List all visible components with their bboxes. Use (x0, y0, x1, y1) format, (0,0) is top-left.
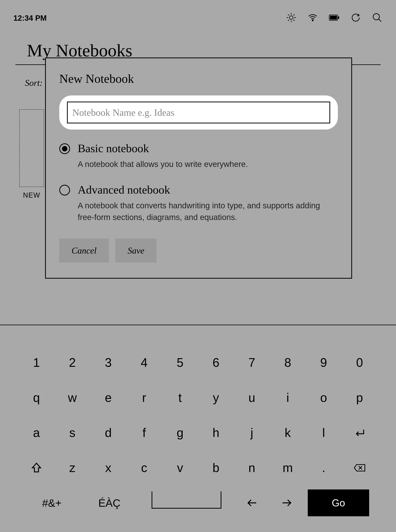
key-0[interactable]: 0 (346, 349, 373, 376)
key-o[interactable]: o (310, 384, 337, 411)
cancel-button[interactable]: Cancel (59, 239, 109, 263)
key-q[interactable]: q (23, 384, 50, 411)
key-f[interactable]: f (131, 419, 157, 446)
option-advanced[interactable]: Advanced notebook A notebook that conver… (59, 182, 338, 235)
key-t[interactable]: t (167, 384, 193, 411)
svg-line-14 (379, 19, 381, 22)
new-notebook-dialog: New Notebook Basic notebook A notebook t… (45, 57, 352, 279)
key-4[interactable]: 4 (131, 349, 157, 376)
key-m[interactable]: m (274, 454, 301, 481)
key-s[interactable]: s (59, 419, 86, 446)
key-u[interactable]: u (239, 384, 265, 411)
key-d[interactable]: d (95, 419, 122, 446)
svg-rect-12 (338, 17, 339, 19)
brightness-icon[interactable] (286, 12, 297, 24)
dialog-title: New Notebook (59, 72, 338, 86)
key-w[interactable]: w (59, 384, 86, 411)
key-8[interactable]: 8 (274, 349, 301, 376)
key-v[interactable]: v (167, 454, 193, 481)
key-shift[interactable] (23, 454, 50, 481)
svg-line-8 (294, 14, 295, 15)
key-3[interactable]: 3 (95, 349, 122, 376)
sync-icon[interactable] (350, 12, 361, 24)
key-2[interactable]: 2 (59, 349, 86, 376)
key-backspace[interactable] (346, 454, 373, 481)
save-button[interactable]: Save (115, 239, 157, 263)
key-go[interactable]: Go (308, 489, 369, 516)
svg-point-9 (312, 20, 313, 21)
keyboard-row-5: #&+ ÉÀÇ Go (23, 489, 373, 516)
key-arrow-left[interactable] (239, 489, 266, 516)
svg-line-6 (294, 20, 295, 21)
option-basic-desc: A notebook that allows you to write ever… (78, 158, 248, 170)
svg-line-5 (288, 14, 289, 15)
key-space[interactable] (151, 491, 221, 509)
key-k[interactable]: k (274, 419, 301, 446)
key-1[interactable]: 1 (23, 349, 50, 376)
status-icons (286, 12, 383, 24)
new-tile-thumbnail (19, 109, 44, 187)
svg-point-13 (373, 14, 379, 20)
key-z[interactable]: z (59, 454, 86, 481)
notebook-name-input[interactable] (67, 102, 330, 123)
battery-icon[interactable] (329, 12, 340, 24)
key-i[interactable]: i (274, 384, 301, 411)
radio-basic[interactable] (59, 143, 70, 154)
svg-line-7 (288, 20, 289, 21)
key-p[interactable]: p (346, 384, 373, 411)
key-5[interactable]: 5 (167, 349, 193, 376)
key-x[interactable]: x (95, 454, 122, 481)
key-7[interactable]: 7 (239, 349, 265, 376)
svg-point-0 (290, 16, 293, 20)
keyboard-row-4: z x c v b n m . (23, 454, 373, 481)
svg-rect-11 (330, 16, 337, 20)
key-9[interactable]: 9 (310, 349, 337, 376)
clock: 12:34 PM (13, 14, 47, 23)
name-input-highlight (59, 96, 338, 130)
key-a[interactable]: a (23, 419, 50, 446)
key-g[interactable]: g (167, 419, 193, 446)
wifi-icon[interactable] (307, 12, 318, 24)
key-y[interactable]: y (203, 384, 229, 411)
keyboard-row-3: a s d f g h j k l (23, 419, 373, 446)
key-accents[interactable]: ÉÀÇ (84, 489, 134, 516)
key-h[interactable]: h (203, 419, 229, 446)
status-bar: 12:34 PM (0, 0, 396, 27)
key-r[interactable]: r (131, 384, 157, 411)
key-period[interactable]: . (310, 454, 337, 481)
key-arrow-right[interactable] (273, 489, 300, 516)
key-l[interactable]: l (310, 419, 337, 446)
option-advanced-title: Advanced notebook (78, 183, 327, 196)
option-basic-title: Basic notebook (78, 142, 248, 155)
search-icon[interactable] (372, 12, 383, 24)
key-6[interactable]: 6 (203, 349, 229, 376)
key-j[interactable]: j (239, 419, 265, 446)
new-tile-label: NEW (23, 191, 40, 199)
key-enter[interactable] (346, 419, 373, 446)
option-advanced-desc: A notebook that converts handwriting int… (78, 200, 327, 223)
sort-label[interactable]: Sort: (25, 78, 43, 88)
keyboard-row-1: 1 2 3 4 5 6 7 8 9 0 (23, 349, 373, 376)
key-b[interactable]: b (203, 454, 229, 481)
keyboard-row-2: q w e r t y u i o p (23, 384, 373, 411)
option-basic[interactable]: Basic notebook A notebook that allows yo… (59, 140, 338, 182)
key-symbols[interactable]: #&+ (27, 489, 77, 516)
keyboard-divider (0, 325, 396, 325)
on-screen-keyboard: 1 2 3 4 5 6 7 8 9 0 q w e r t y u i o p … (0, 337, 396, 532)
key-e[interactable]: e (95, 384, 122, 411)
key-n[interactable]: n (239, 454, 265, 481)
key-c[interactable]: c (131, 454, 157, 481)
new-notebook-tile[interactable]: NEW (19, 109, 44, 199)
radio-advanced[interactable] (59, 185, 70, 195)
